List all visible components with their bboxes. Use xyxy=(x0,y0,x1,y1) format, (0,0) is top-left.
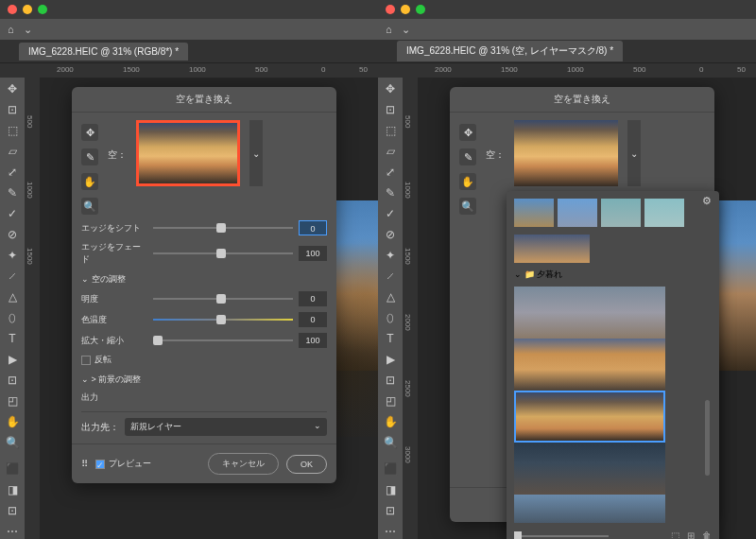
eraser-tool-icon[interactable]: △ xyxy=(382,289,399,304)
screen-mode-icon[interactable]: ⊡ xyxy=(382,503,399,518)
flip-checkbox[interactable]: 反転 xyxy=(81,354,327,366)
category-thumb[interactable] xyxy=(644,199,684,227)
move-sky-icon[interactable]: ✥ xyxy=(81,124,98,141)
category-thumb[interactable] xyxy=(558,199,597,227)
sky-dropdown-icon[interactable]: ⌄ xyxy=(627,120,641,186)
ok-button[interactable]: OK xyxy=(286,455,327,474)
mask-mode-icon[interactable]: ◨ xyxy=(382,482,399,497)
chevron-down-icon[interactable]: ⌄ xyxy=(24,24,32,36)
sky-adjust-section[interactable]: 空の調整 xyxy=(81,273,327,286)
canvas-area[interactable]: 500 1000 1500 空を置き換え ✥ ✎ ✋ 🔍 xyxy=(25,78,378,539)
home-icon[interactable]: ⌂ xyxy=(386,24,392,35)
scale-slider[interactable] xyxy=(153,339,293,341)
folder-sunset[interactable]: ⌄ 📁 夕暮れ xyxy=(514,269,712,281)
home-icon[interactable]: ⌂ xyxy=(8,24,14,35)
sky-preset[interactable] xyxy=(514,443,665,495)
mask-mode-icon[interactable]: ◨ xyxy=(4,482,21,497)
swatch-icon[interactable]: ⠿ xyxy=(81,459,88,469)
edge-fade-value[interactable]: 100 xyxy=(299,246,327,261)
hand-tool-icon[interactable]: ✋ xyxy=(4,414,21,429)
more-tools-icon[interactable]: ⋯ xyxy=(382,524,399,539)
sky-preset[interactable] xyxy=(514,287,665,339)
zoom-tool-icon[interactable]: 🔍 xyxy=(4,435,21,450)
crop-tool-icon[interactable]: ⤢ xyxy=(4,165,21,180)
foreground-section[interactable]: > 前景の調整 xyxy=(81,374,327,386)
zoom-sky-icon[interactable]: 🔍 xyxy=(81,198,98,215)
move-sky-icon[interactable]: ✥ xyxy=(459,124,476,141)
move-tool-icon[interactable]: ✥ xyxy=(4,81,21,96)
preset-scrollbar[interactable] xyxy=(705,400,710,476)
sky-dropdown-icon[interactable]: ⌄ xyxy=(249,120,263,186)
edge-fade-slider[interactable] xyxy=(153,252,293,254)
eraser-tool-icon[interactable]: △ xyxy=(4,289,21,304)
gradient-tool-icon[interactable]: ⬯ xyxy=(382,310,399,325)
chevron-down-icon[interactable]: ⌄ xyxy=(402,24,410,36)
sky-preset[interactable] xyxy=(514,495,665,523)
close-dot[interactable] xyxy=(8,5,17,14)
hand-sky-icon[interactable]: ✋ xyxy=(81,173,98,190)
close-dot[interactable] xyxy=(386,5,395,14)
zoom-sky-icon[interactable]: 🔍 xyxy=(459,198,476,215)
brush-sky-icon[interactable]: ✎ xyxy=(459,148,476,165)
shape-tool-icon[interactable]: ◰ xyxy=(4,393,21,409)
sky-preset[interactable] xyxy=(514,339,665,391)
edge-shift-value[interactable]: 0 xyxy=(299,220,327,235)
eyedropper-tool-icon[interactable]: ✎ xyxy=(382,185,399,200)
preview-checkbox[interactable]: ✓プレビュー xyxy=(95,458,151,470)
lasso-tool-icon[interactable]: ⬚ xyxy=(382,123,399,138)
edge-shift-slider[interactable] xyxy=(153,227,293,229)
output-select[interactable]: 新規レイヤー ⌄ xyxy=(125,418,327,436)
maximize-dot[interactable] xyxy=(38,5,47,14)
shape-tool-icon[interactable]: ◰ xyxy=(382,393,399,409)
brightness-slider[interactable] xyxy=(153,298,293,300)
hand-sky-icon[interactable]: ✋ xyxy=(459,173,476,190)
sky-thumbnail[interactable] xyxy=(514,120,618,186)
minimize-dot[interactable] xyxy=(401,5,410,14)
color-swatch-icon[interactable]: ⬛ xyxy=(382,461,399,477)
sky-preset-selected[interactable] xyxy=(514,391,665,443)
color-temp-slider[interactable] xyxy=(153,319,293,321)
brush-tool-icon[interactable]: ⊘ xyxy=(4,227,21,242)
crop-tool-icon[interactable]: ⤢ xyxy=(382,165,399,180)
document-tab[interactable]: IMG_6228.HEIC @ 31% (RGB/8*) * xyxy=(19,43,188,61)
rect-tool-icon[interactable]: ⊡ xyxy=(4,373,21,388)
type-tool-icon[interactable]: T xyxy=(4,331,21,346)
gradient-tool-icon[interactable]: ⬯ xyxy=(4,310,21,325)
category-thumb[interactable] xyxy=(601,199,641,227)
maximize-dot[interactable] xyxy=(416,5,425,14)
minimize-dot[interactable] xyxy=(23,5,32,14)
healing-tool-icon[interactable]: ✓ xyxy=(382,206,399,221)
marquee-tool-icon[interactable]: ⊡ xyxy=(382,102,399,117)
canvas-area[interactable]: 500 1000 1500 2000 2500 3000 空を置き換え ✥ ✎ … xyxy=(403,78,756,539)
type-tool-icon[interactable]: T xyxy=(382,331,399,346)
color-swatch-icon[interactable]: ⬛ xyxy=(4,461,21,477)
lasso-tool-icon[interactable]: ⬚ xyxy=(4,123,21,138)
history-tool-icon[interactable]: ⟋ xyxy=(4,269,21,284)
brush-tool-icon[interactable]: ⊘ xyxy=(382,227,399,242)
document-tab[interactable]: IMG_6228.HEIC @ 31% (空, レイヤーマスク/8) * xyxy=(397,41,623,61)
move-tool-icon[interactable]: ✥ xyxy=(382,81,399,96)
more-tools-icon[interactable]: ⋯ xyxy=(4,524,21,539)
zoom-tool-icon[interactable]: 🔍 xyxy=(382,435,399,450)
rect-tool-icon[interactable]: ⊡ xyxy=(382,373,399,388)
import-icon[interactable]: ⬚ xyxy=(671,530,679,539)
color-temp-value[interactable]: 0 xyxy=(299,312,327,327)
trash-icon[interactable]: 🗑 xyxy=(702,530,712,539)
scale-value[interactable]: 100 xyxy=(299,333,327,348)
path-tool-icon[interactable]: ▶ xyxy=(4,352,21,367)
healing-tool-icon[interactable]: ✓ xyxy=(4,206,21,221)
eyedropper-tool-icon[interactable]: ✎ xyxy=(4,185,21,200)
new-icon[interactable]: ⊞ xyxy=(687,530,695,539)
stamp-tool-icon[interactable]: ✦ xyxy=(4,248,21,263)
cancel-button[interactable]: キャンセル xyxy=(208,453,279,475)
path-tool-icon[interactable]: ▶ xyxy=(382,352,399,367)
hand-tool-icon[interactable]: ✋ xyxy=(382,414,399,429)
thumb-zoom-slider[interactable] xyxy=(514,535,609,537)
select-tool-icon[interactable]: ▱ xyxy=(382,144,399,159)
preset-thumb[interactable] xyxy=(514,235,590,263)
sky-thumbnail[interactable] xyxy=(136,120,240,186)
stamp-tool-icon[interactable]: ✦ xyxy=(382,248,399,263)
marquee-tool-icon[interactable]: ⊡ xyxy=(4,102,21,117)
screen-mode-icon[interactable]: ⊡ xyxy=(4,503,21,518)
brightness-value[interactable]: 0 xyxy=(299,291,327,306)
